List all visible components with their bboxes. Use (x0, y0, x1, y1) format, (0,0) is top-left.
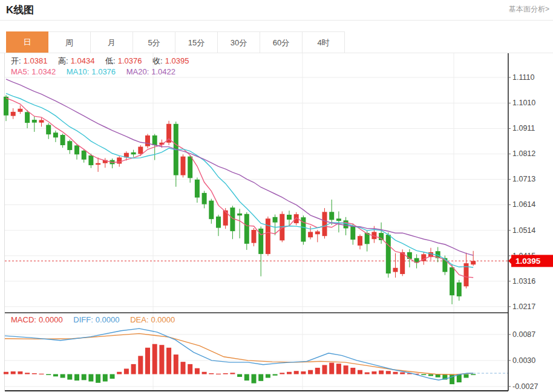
gridlines (5, 53, 509, 391)
interval-tabbar: 日周月5分15分30分60分4时 (6, 31, 345, 53)
tab-interval-2[interactable]: 月 (91, 31, 133, 53)
svg-text:1.0514: 1.0514 (512, 226, 535, 235)
diff-value: 0.0000 (96, 315, 120, 324)
tab-interval-7[interactable]: 4时 (303, 31, 345, 53)
open-label: 开: (11, 56, 21, 65)
tabbar-divider (0, 53, 553, 53)
macd-legend: MACD:0.0000 DIFF:0.0000 DEA:0.0000 (11, 315, 177, 324)
low-value: 1.0376 (118, 56, 142, 65)
svg-text:1.1110: 1.1110 (512, 73, 534, 82)
fundamental-analysis-link[interactable]: 基本面分析> (509, 0, 549, 18)
svg-text:1.0911: 1.0911 (512, 124, 535, 132)
diff-label: DIFF: (73, 315, 93, 324)
high-label: 高: (58, 56, 68, 65)
svg-text:1.1010: 1.1010 (512, 99, 535, 107)
low-label: 低: (105, 56, 116, 65)
close-value: 1.0395 (165, 56, 189, 65)
ma5-label: MA5: (11, 67, 29, 76)
tab-interval-6[interactable]: 60分 (260, 31, 303, 53)
ma-legend: MA5:1.0342 MA10:1.0376 MA20:1.0422 (11, 67, 178, 76)
svg-text:1.0316: 1.0316 (512, 277, 535, 286)
ma20-label: MA20: (126, 67, 149, 76)
ma10-value: 1.0376 (91, 67, 116, 76)
macd-pane (4, 328, 508, 384)
svg-text:1.0217: 1.0217 (512, 302, 535, 311)
tab-interval-3[interactable]: 5分 (133, 31, 175, 53)
tab-interval-1[interactable]: 周 (48, 31, 91, 53)
svg-text:1.0614: 1.0614 (512, 200, 535, 209)
dea-value: 0.0000 (151, 315, 175, 324)
open-value: 1.0381 (24, 56, 48, 65)
tab-interval-5[interactable]: 30分 (218, 31, 260, 53)
svg-text:-0.0027: -0.0027 (512, 382, 538, 391)
dea-label: DEA: (130, 315, 148, 324)
axes: 1.11101.10101.09111.08121.07131.06141.05… (5, 53, 538, 391)
svg-text:0.0030: 0.0030 (512, 356, 535, 365)
svg-text:1.0395: 1.0395 (515, 256, 541, 266)
ma20-value: 1.0422 (151, 67, 175, 76)
close-label: 收: (152, 56, 163, 65)
tab-interval-0[interactable]: 日 (6, 31, 48, 53)
svg-text:0.0087: 0.0087 (512, 330, 535, 339)
candlestick-pane (4, 79, 476, 304)
tab-interval-4[interactable]: 15分 (175, 31, 218, 53)
macd-label: MACD: (11, 315, 36, 324)
macd-value: 0.0000 (39, 315, 63, 324)
svg-text:1.0713: 1.0713 (512, 175, 535, 183)
current-price-badge: 1.0395 (508, 255, 553, 267)
high-value: 1.0434 (71, 56, 95, 65)
svg-text:1.0812: 1.0812 (512, 149, 535, 158)
ma10-label: MA10: (67, 67, 90, 76)
ohlc-legend: 开:1.0381 高:1.0434 低:1.0376 收:1.0395 (11, 56, 191, 67)
ma5-value: 1.0342 (31, 67, 56, 76)
page-header: K线图 基本面分析> (0, 0, 553, 21)
page-title: K线图 (6, 0, 34, 20)
